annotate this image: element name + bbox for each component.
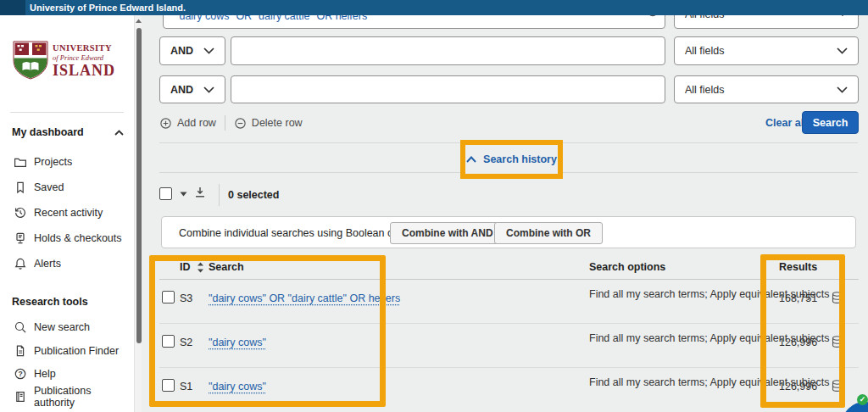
sidebar-item-label: Projects: [34, 156, 72, 168]
sidebar-section-research-tools: Research tools: [12, 295, 124, 309]
add-row-label: Add row: [177, 117, 216, 129]
svg-text:?: ?: [18, 370, 22, 378]
sidebar-item-label: Publication Finder: [34, 345, 119, 357]
delete-row-label: Delete row: [252, 117, 303, 129]
search-input-3[interactable]: [231, 75, 665, 103]
search-history-highlight-box: Search history: [460, 140, 563, 179]
chevron-down-icon: [837, 86, 848, 93]
chevron-up-icon: [114, 130, 124, 136]
results-count: 168,751: [779, 292, 817, 304]
history-icon: [14, 206, 27, 220]
folder-icon: [14, 155, 27, 169]
search-link[interactable]: "dairy cows": [209, 381, 266, 393]
top-bar: University of Prince Edward Island.: [0, 0, 868, 15]
main-content: "dairy cows" OR "dairy cattle" OR heifer…: [142, 15, 868, 412]
operator-select-2-value: AND: [170, 45, 193, 57]
search-link[interactable]: "dairy cows" OR "dairy cattle" OR heifer…: [209, 292, 400, 304]
row-checkbox: [162, 379, 175, 392]
row-checkbox-s3[interactable]: [162, 291, 175, 303]
sidebar-item-projects[interactable]: Projects: [0, 149, 134, 175]
search-link[interactable]: "dairy cows": [209, 337, 266, 348]
database-icon[interactable]: [832, 292, 843, 304]
document-icon: [14, 344, 27, 358]
bell-icon: [14, 257, 27, 270]
table-row: S2 "dairy cows" Find all my search terms…: [159, 324, 859, 368]
header-search: Search: [209, 254, 244, 280]
combine-panel: Combine individual searches using Boolea…: [161, 216, 856, 248]
book-icon: [14, 390, 27, 404]
row-checkbox-s2[interactable]: [162, 335, 175, 348]
row-actions: Add row Delete row: [159, 114, 303, 131]
search-history-toggle[interactable]: Search history: [483, 153, 557, 165]
operator-select-3-value: AND: [170, 84, 193, 96]
sort-icon[interactable]: [197, 262, 204, 273]
field-select-3[interactable]: All fields: [674, 75, 859, 103]
search-button[interactable]: Search: [802, 111, 859, 134]
chevron-down-icon: [203, 86, 214, 93]
sidebar-item-saved[interactable]: Saved: [0, 175, 134, 200]
row-checkbox: [162, 335, 175, 348]
help-icon: ?: [14, 367, 27, 381]
window-edge: [0, 0, 25, 15]
sidebar-section-my-dashboard[interactable]: My dashboard: [12, 125, 124, 139]
operator-select-3[interactable]: AND: [159, 75, 225, 103]
divider: [225, 115, 225, 131]
my-dashboard-label: My dashboard: [12, 126, 84, 138]
add-row-button[interactable]: Add row: [159, 117, 216, 130]
database-icon[interactable]: [832, 336, 843, 348]
operator-select-2[interactable]: AND: [159, 36, 225, 65]
search-history-table: ID Search Search options Results S3 "dai…: [159, 254, 859, 412]
select-all-checkbox[interactable]: [159, 187, 172, 200]
chevron-up-icon: [466, 156, 476, 163]
combine-with-and-button[interactable]: Combine with AND: [390, 222, 505, 244]
divider: [219, 184, 220, 206]
sidebar-item-publication-finder[interactable]: Publication Finder: [0, 338, 134, 364]
field-select-2[interactable]: All fields: [674, 36, 859, 65]
chat-status-badge: ✓: [857, 394, 868, 405]
sidebar-item-new-search[interactable]: New search: [0, 315, 134, 340]
page: University of Prince Edward Island. UNIV…: [0, 0, 868, 412]
row-id: S1: [180, 381, 192, 393]
sidebar-item-help[interactable]: ? Help: [0, 361, 134, 387]
logo-line1: UNIVERSITY: [53, 43, 115, 53]
sidebar-item-label: Publications authority: [34, 385, 134, 409]
row-checkbox: [162, 291, 175, 303]
sidebar-item-label: Alerts: [34, 258, 61, 270]
sidebar-scrollbar: [134, 15, 142, 412]
scrollbar-thumb[interactable]: [136, 28, 142, 343]
upei-logo-text: UNIVERSITY of Prince Edward ISLAND: [53, 43, 115, 80]
bookmark-icon: [14, 181, 27, 194]
delete-row-button[interactable]: Delete row: [234, 117, 303, 130]
search-icon: [14, 320, 27, 334]
logo-line3: ISLAND: [53, 62, 115, 80]
sidebar-item-label: New search: [34, 321, 90, 333]
search-input-2[interactable]: [231, 36, 665, 65]
sidebar-divider: [10, 112, 124, 113]
kiosk-icon: [14, 231, 27, 245]
header-search-options: Search options: [589, 254, 665, 280]
research-tools-label: Research tools: [12, 296, 88, 308]
row-checkbox-s1[interactable]: [162, 379, 175, 392]
download-icon[interactable]: [193, 186, 207, 199]
header-id[interactable]: ID: [180, 254, 191, 280]
plus-circle-icon: [159, 117, 172, 130]
select-all-checkbox-wrap: [159, 187, 172, 200]
upei-shield-icon: [13, 41, 48, 80]
table-row: S3 "dairy cows" OR "dairy cattle" OR hei…: [159, 280, 859, 324]
database-icon[interactable]: [832, 380, 843, 393]
sidebar-item-holds-checkouts[interactable]: Holds & checkouts: [0, 225, 134, 251]
logo-line2: of Prince Edward: [53, 53, 115, 62]
sidebar: UNIVERSITY of Prince Edward ISLAND My da…: [0, 15, 134, 412]
sidebar-item-label: Saved: [34, 181, 64, 193]
sidebar-item-alerts[interactable]: Alerts: [0, 251, 134, 276]
caret-down-icon[interactable]: [180, 192, 187, 197]
combine-with-or-button[interactable]: Combine with OR: [494, 222, 603, 244]
chevron-down-icon: [837, 47, 848, 54]
header-results: Results: [779, 254, 817, 280]
field-select-3-value: All fields: [685, 84, 725, 96]
sidebar-item-publications-authority[interactable]: Publications authority: [0, 384, 134, 409]
clear-all-button[interactable]: Clear all: [765, 117, 807, 129]
table-row: S1 "dairy cows" Find all my search terms…: [159, 368, 859, 412]
selected-count: 0 selected: [228, 189, 279, 201]
sidebar-item-recent-activity[interactable]: Recent activity: [0, 200, 134, 225]
